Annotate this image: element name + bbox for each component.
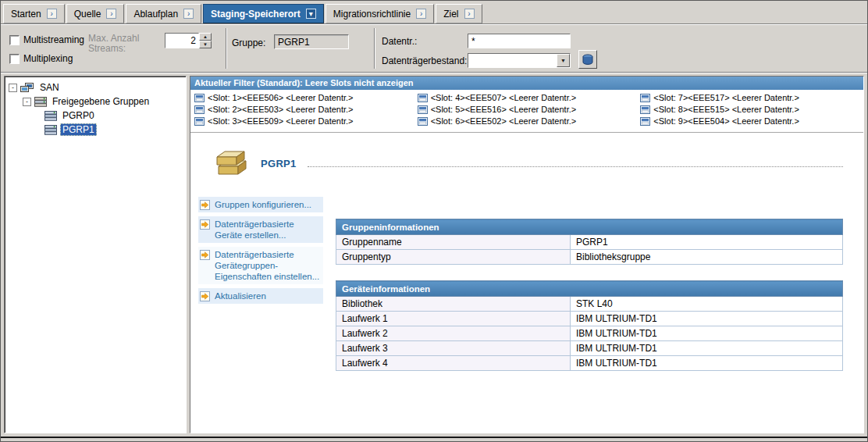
right-panel: Aktueller Filter (Standard): Leere Slots… [190, 76, 864, 433]
tab-label: Quelle [74, 9, 101, 20]
slot-label: <Slot: 8><EEE515> <Leerer Datentr.> [653, 105, 799, 114]
property-value-cell: PGRP1 [571, 235, 843, 250]
property-value-cell: STK L40 [571, 297, 843, 312]
multistreaming-label: Multistreaming [23, 34, 84, 45]
property-name-cell: Gruppenname [336, 235, 571, 250]
bestand-value [468, 54, 557, 67]
slot-label: <Slot: 1><EEE506> <Leerer Datentr.> [208, 93, 354, 102]
tab-label: Ablaufplan [133, 9, 178, 20]
expand-collapse-icon[interactable]: - [9, 84, 17, 92]
action-link[interactable]: Datenträgerbasierte Geräte erstellen... [198, 216, 323, 243]
slot-item[interactable]: <Slot: 7><EEE517> <Leerer Datentr.> [639, 93, 862, 102]
tape-media-icon [418, 94, 428, 102]
tape-media-icon [418, 117, 428, 126]
slot-item[interactable]: <Slot: 6><EEE502> <Leerer Datentr.> [416, 116, 639, 126]
tree-item-pgrp1[interactable]: PGRP1 [60, 123, 97, 136]
chevron-right-icon: › [416, 9, 426, 19]
tab-ziel[interactable]: Ziel› [436, 4, 482, 23]
detail-header: PGRP1 [197, 148, 843, 178]
tab-quelle[interactable]: Quelle› [66, 4, 125, 23]
tape-media-icon [640, 117, 650, 126]
media-pool-icon [582, 54, 594, 66]
tape-media-icon [194, 94, 205, 102]
spinner-buttons: ▲ ▼ [199, 33, 212, 48]
property-name-cell: Laufwerk 1 [336, 312, 571, 326]
slot-item[interactable]: <Slot: 4><EEE507> <Leerer Datentr.> [416, 93, 639, 102]
action-link-label: Gruppen konfigurieren... [215, 199, 311, 210]
tab-staging-speicherort[interactable]: Staging-Speicherort▾ [203, 4, 324, 23]
arrow-right-icon [200, 250, 210, 260]
tree-item-freigegebene-gruppen[interactable]: Freigegebene Gruppen [50, 95, 151, 108]
tree-item-pgrp0[interactable]: PGRP0 [60, 109, 97, 122]
property-name-cell: Bibliothek [336, 297, 571, 312]
table-row: BibliothekSTK L40 [336, 297, 843, 312]
tab-label: Staging-Speicherort [211, 9, 301, 20]
gruppe-label: Gruppe: [232, 37, 265, 48]
tree-row: - Freigegebene Gruppen [7, 94, 183, 109]
slot-item[interactable]: <Slot: 1><EEE506> <Leerer Datentr.> [193, 93, 416, 102]
tab-starten[interactable]: Starten› [3, 4, 65, 23]
action-link-label: Datenträgerbasierte Geräte erstellen... [215, 219, 322, 241]
slot-item[interactable]: <Slot: 5><EEE516> <Leerer Datentr.> [416, 105, 639, 114]
checkbox-icon[interactable] [9, 54, 20, 64]
bestand-dropdown[interactable]: ▼ [468, 53, 571, 68]
slot-label: <Slot: 4><EEE507> <Leerer Datentr.> [431, 93, 577, 102]
tape-media-icon [194, 117, 205, 126]
multistreaming-checkbox[interactable]: Multistreaming [9, 34, 84, 45]
window-footer [1, 437, 867, 442]
chevron-right-icon: › [106, 9, 116, 19]
gruppe-value: PGRP1 [278, 37, 310, 48]
multiplexing-checkbox[interactable]: Multiplexing [9, 53, 73, 64]
property-name-cell: Laufwerk 3 [336, 341, 571, 356]
tape-media-icon [640, 94, 650, 102]
wizard-window: Starten›Quelle›Ablaufplan›Staging-Speich… [0, 0, 868, 442]
media-group-icon [44, 111, 57, 121]
expand-collapse-icon[interactable]: - [23, 98, 31, 106]
slot-label: <Slot: 9><EEE504> <Leerer Datentr.> [653, 116, 799, 126]
tab-label: Migrationsrichtlinie [333, 9, 411, 20]
detail-panel: PGRP1 Gruppen konfigurieren...Datenträge… [190, 133, 863, 433]
spinner-down-icon: ▼ [203, 42, 208, 47]
multiplexing-label: Multiplexing [23, 53, 73, 64]
action-link-label: Datenträgerbasierte Gerätegruppen-Eigens… [215, 249, 322, 282]
tab-migrationsrichtlinie[interactable]: Migrationsrichtlinie› [326, 4, 434, 23]
toolbar: Multistreaming Multiplexing Max. Anzahl … [1, 24, 867, 73]
tape-media-icon [194, 105, 205, 114]
property-name-cell: Gruppentyp [336, 250, 571, 265]
spinner-up-icon: ▲ [203, 34, 208, 39]
tab-label: Ziel [443, 9, 458, 20]
toolbar-separator [374, 28, 375, 69]
spinner-down-button[interactable]: ▼ [199, 41, 212, 48]
media-group-icon [44, 125, 57, 135]
tab-ablaufplan[interactable]: Ablaufplan› [126, 4, 201, 23]
property-name-cell: Laufwerk 4 [336, 356, 571, 371]
table-row: GruppennamePGRP1 [336, 235, 843, 250]
action-link[interactable]: Datenträgerbasierte Gerätegruppen-Eigens… [198, 247, 323, 284]
media-pool-button[interactable] [578, 50, 597, 69]
tree-item-san[interactable]: SAN [37, 81, 62, 94]
tree-row: PGRP0 [7, 109, 183, 123]
chevron-down-icon: ▾ [306, 9, 316, 19]
detail-body: Gruppen konfigurieren...Datenträgerbasie… [197, 197, 843, 371]
datentraeger-input[interactable] [468, 34, 571, 48]
dropdown-arrow-icon[interactable]: ▼ [557, 54, 570, 67]
property-value-cell: IBM ULTRIUM-TD1 [571, 356, 843, 371]
tape-media-icon [418, 105, 428, 114]
info-table: GeräteinformationenBibliothekSTK L40Lauf… [336, 280, 843, 371]
gruppe-field: PGRP1 [274, 34, 349, 49]
slot-item[interactable]: <Slot: 2><EEE503> <Leerer Datentr.> [193, 105, 416, 114]
max-streams-input[interactable] [165, 33, 199, 48]
slot-label: <Slot: 3><EEE509> <Leerer Datentr.> [208, 116, 354, 126]
main-area: - SAN - Freigegebene Gruppen PGRP0 [1, 73, 867, 437]
slot-label: <Slot: 7><EEE517> <Leerer Datentr.> [653, 93, 799, 102]
toolbar-separator [226, 28, 227, 69]
slot-item[interactable]: <Slot: 8><EEE515> <Leerer Datentr.> [639, 105, 862, 114]
slot-item[interactable]: <Slot: 9><EEE504> <Leerer Datentr.> [639, 116, 862, 126]
slot-label: <Slot: 6><EEE502> <Leerer Datentr.> [431, 116, 577, 126]
action-link[interactable]: Aktualisieren [198, 288, 323, 304]
action-link[interactable]: Gruppen konfigurieren... [198, 197, 323, 212]
filter-bar: Aktueller Filter (Standard): Leere Slots… [190, 77, 863, 90]
spinner-up-button[interactable]: ▲ [199, 33, 212, 41]
checkbox-icon[interactable] [9, 35, 20, 45]
slot-item[interactable]: <Slot: 3><EEE509> <Leerer Datentr.> [193, 116, 416, 126]
